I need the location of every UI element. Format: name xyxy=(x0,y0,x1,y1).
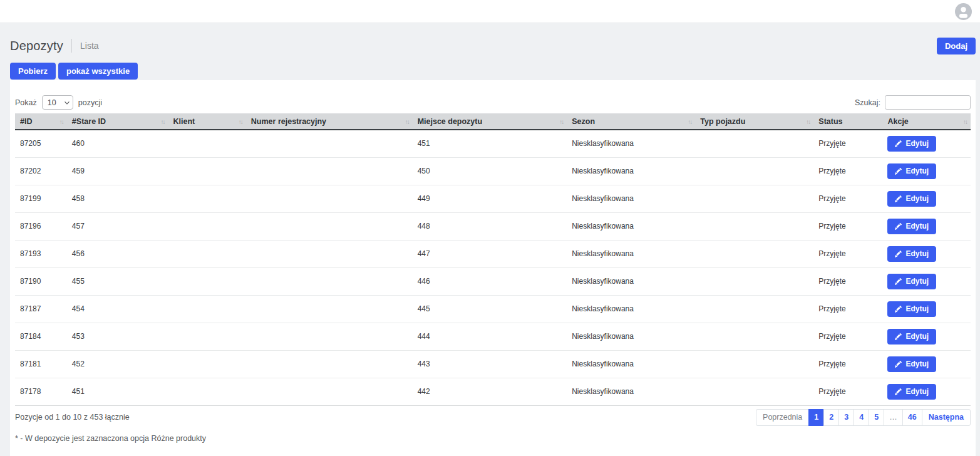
cell-akcje: Edytuj xyxy=(882,378,971,405)
user-avatar-icon[interactable] xyxy=(955,3,972,20)
pagination-previous[interactable]: Poprzednia xyxy=(756,409,809,426)
cell-status: Przyjęte xyxy=(813,323,882,350)
edit-button[interactable]: Edytuj xyxy=(887,384,936,400)
cell-akcje: Edytuj xyxy=(882,185,971,212)
edit-button[interactable]: Edytuj xyxy=(887,246,936,262)
cell-akcje: Edytuj xyxy=(882,267,971,295)
cell-akcje: Edytuj xyxy=(882,157,971,185)
edit-button[interactable]: Edytuj xyxy=(887,329,936,345)
column-header-sezon[interactable]: Sezon↑↓ xyxy=(567,113,695,130)
cell-sezon: Niesklasyfikowana xyxy=(567,350,695,378)
cell-miejsce_depozytu: 450 xyxy=(413,157,567,185)
cell-sezon: Niesklasyfikowana xyxy=(567,267,695,295)
cell-typ_pojazdu xyxy=(695,323,813,350)
sort-icon: ↑↓ xyxy=(963,118,967,125)
pagination-page-5[interactable]: 5 xyxy=(869,409,884,426)
cell-id: 87202 xyxy=(15,157,67,185)
title-divider xyxy=(71,39,72,53)
edit-button[interactable]: Edytuj xyxy=(887,356,936,372)
pagination-page-4[interactable]: 4 xyxy=(854,409,869,426)
cell-akcje: Edytuj xyxy=(882,240,971,267)
pencil-icon xyxy=(895,278,902,285)
sort-icon: ↑↓ xyxy=(806,118,810,125)
column-header-klient[interactable]: Klient↑↓ xyxy=(168,113,246,130)
column-header-status: Status xyxy=(813,113,882,130)
column-header-numer_rejestracyjny[interactable]: Numer rejestracyjny↑↓ xyxy=(246,113,413,130)
cell-stare_id: 455 xyxy=(67,267,168,295)
column-label: Status xyxy=(818,117,842,126)
column-header-stare_id[interactable]: #Stare ID↑↓ xyxy=(67,113,168,130)
edit-button[interactable]: Edytuj xyxy=(887,163,936,179)
cell-akcje: Edytuj xyxy=(882,130,971,157)
cell-id: 87178 xyxy=(15,378,67,405)
cell-sezon: Niesklasyfikowana xyxy=(567,212,695,240)
cell-miejsce_depozytu: 449 xyxy=(413,185,567,212)
cell-typ_pojazdu xyxy=(695,295,813,323)
pagination: Poprzednia12345…46Następna xyxy=(756,409,971,426)
table-controls: Pokaż 10 pozycji Szukaj: xyxy=(15,95,971,110)
table-row: 87196457448NiesklasyfikowanaPrzyjęteEdyt… xyxy=(15,212,971,240)
edit-button-label: Edytuj xyxy=(905,167,929,175)
download-button[interactable]: Pobierz xyxy=(10,63,56,80)
cell-klient xyxy=(168,295,246,323)
cell-miejsce_depozytu: 444 xyxy=(413,323,567,350)
sort-icon: ↑↓ xyxy=(405,118,409,125)
edit-button[interactable]: Edytuj xyxy=(887,219,936,234)
page-size-select[interactable]: 10 xyxy=(42,95,73,110)
cell-miejsce_depozytu: 445 xyxy=(413,295,567,323)
column-header-akcje[interactable]: Akcje↑↓ xyxy=(882,113,971,130)
cell-akcje: Edytuj xyxy=(882,350,971,378)
pagination-page-1[interactable]: 1 xyxy=(808,409,824,426)
edit-button[interactable]: Edytuj xyxy=(887,274,936,289)
edit-button[interactable]: Edytuj xyxy=(887,136,936,152)
cell-numer_rejestracyjny xyxy=(246,240,413,267)
table-row: 87184453444NiesklasyfikowanaPrzyjęteEdyt… xyxy=(15,323,971,350)
cell-klient xyxy=(168,185,246,212)
cell-klient xyxy=(168,323,246,350)
table-row: 87187454445NiesklasyfikowanaPrzyjęteEdyt… xyxy=(15,295,971,323)
add-button[interactable]: Dodaj xyxy=(937,38,976,54)
cell-akcje: Edytuj xyxy=(882,323,971,350)
cell-sezon: Niesklasyfikowana xyxy=(567,295,695,323)
pagination-page-46[interactable]: 46 xyxy=(902,409,922,426)
cell-numer_rejestracyjny xyxy=(246,157,413,185)
page-header: Depozyty Lista Dodaj xyxy=(10,37,976,54)
cell-klient xyxy=(168,130,246,157)
pagination-page-3[interactable]: 3 xyxy=(838,409,854,426)
cell-sezon: Niesklasyfikowana xyxy=(567,157,695,185)
pencil-icon xyxy=(895,388,902,395)
pagination-page-2[interactable]: 2 xyxy=(823,409,839,426)
cell-klient xyxy=(168,350,246,378)
cell-numer_rejestracyjny xyxy=(246,378,413,405)
cell-status: Przyjęte xyxy=(813,185,882,212)
cell-numer_rejestracyjny xyxy=(246,185,413,212)
column-header-typ_pojazdu[interactable]: Typ pojazdu↑↓ xyxy=(695,113,813,130)
edit-button-label: Edytuj xyxy=(905,388,929,395)
pencil-icon xyxy=(895,361,902,368)
cell-sezon: Niesklasyfikowana xyxy=(567,185,695,212)
search-input[interactable] xyxy=(885,95,971,110)
cell-miejsce_depozytu: 448 xyxy=(413,212,567,240)
cell-akcje: Edytuj xyxy=(882,295,971,323)
cell-sezon: Niesklasyfikowana xyxy=(567,240,695,267)
cell-miejsce_depozytu: 442 xyxy=(413,378,567,405)
page-content: Depozyty Lista Dodaj Pobierz pokaż wszys… xyxy=(0,37,980,456)
column-header-miejsce_depozytu[interactable]: Miejsce depozytu↑↓ xyxy=(413,113,567,130)
cell-typ_pojazdu xyxy=(695,378,813,405)
column-header-id[interactable]: #ID↑↓ xyxy=(15,113,67,130)
cell-stare_id: 457 xyxy=(67,212,168,240)
topbar xyxy=(0,0,980,23)
cell-sezon: Niesklasyfikowana xyxy=(567,378,695,405)
pagination-ellipsis: … xyxy=(884,409,903,426)
edit-button-label: Edytuj xyxy=(905,277,929,285)
show-all-button[interactable]: pokaż wszystkie xyxy=(58,63,138,80)
show-label: Pokaż xyxy=(15,98,37,107)
cell-typ_pojazdu xyxy=(695,185,813,212)
edit-button[interactable]: Edytuj xyxy=(887,301,936,317)
footnote: * - W depozycie jest zaznaczona opcja Ró… xyxy=(15,434,971,443)
cell-stare_id: 453 xyxy=(67,323,168,350)
table-row: 87178451442NiesklasyfikowanaPrzyjęteEdyt… xyxy=(15,378,971,405)
column-label: Typ pojazdu xyxy=(700,117,745,126)
pagination-next[interactable]: Następna xyxy=(922,409,971,426)
edit-button[interactable]: Edytuj xyxy=(887,191,936,207)
